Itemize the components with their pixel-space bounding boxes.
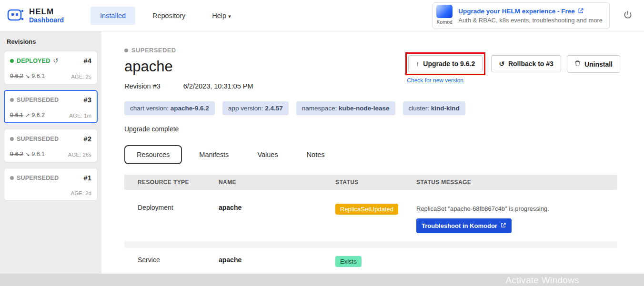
- resource-name: apache: [205, 204, 322, 211]
- external-link-icon: [578, 8, 584, 15]
- annotation-highlight-box: ↑ Upgrade to 9.6.2: [405, 52, 485, 75]
- revision-age: AGE: 26s: [68, 152, 91, 158]
- col-status: STATUS: [322, 179, 403, 186]
- top-header: HELM Dashboard Installed Repository Help…: [0, 0, 644, 31]
- upgrade-button[interactable]: ↑ Upgrade to 9.6.2: [408, 55, 483, 72]
- trash-icon: [574, 60, 581, 68]
- nav-help[interactable]: Help▾: [202, 7, 240, 25]
- table-header-row: RESOURCE TYPE NAME STATUS STATUS MESSAGE: [124, 175, 617, 190]
- chart-version-chip: chart version: apache-9.6.2: [124, 101, 215, 115]
- check-new-version-link[interactable]: Check for new version: [405, 77, 485, 84]
- tab-notes[interactable]: Notes: [295, 146, 336, 163]
- nav-repository[interactable]: Repository: [143, 7, 195, 25]
- cluster-chip: cluster: kind-kind: [403, 101, 465, 115]
- activate-windows-watermark: Activate Windows: [505, 275, 579, 286]
- row-separator: [124, 241, 617, 248]
- revision-number: #3: [83, 96, 91, 104]
- caret-down-icon: ▾: [228, 13, 231, 19]
- helm-logo-icon: [7, 7, 25, 25]
- revision-age: AGE: 2s: [71, 74, 91, 79]
- komodor-logo-image: [436, 5, 453, 18]
- revision-status: SUPERSEDED: [17, 175, 59, 181]
- power-icon: [623, 10, 633, 21]
- revisions-title: Revisions: [7, 38, 95, 45]
- release-description: Upgrade complete: [124, 125, 619, 133]
- main-nav: Installed Repository Help▾: [91, 7, 241, 25]
- revision-card-2[interactable]: SUPERSEDED #2 9.6.2 ↘ 9.6.1 AGE: 26s: [4, 129, 98, 162]
- version-arrow-icon: ↘: [25, 151, 30, 158]
- tab-values[interactable]: Values: [246, 146, 289, 163]
- resource-type: Deployment: [124, 204, 205, 211]
- status-dot: [10, 137, 14, 141]
- rollback-button[interactable]: ↺ Rollback to #3: [491, 55, 561, 72]
- table-row: Service apache Exists: [124, 248, 617, 276]
- troubleshoot-komodor-button[interactable]: Troubleshoot in Komodor: [416, 218, 512, 233]
- status-dot: [10, 98, 14, 102]
- col-resource-type: RESOURCE TYPE: [124, 179, 205, 186]
- revision-versions: 9.6.2 ↘ 9.6.1: [10, 72, 45, 79]
- komodor-logo-caption: Komod: [437, 19, 453, 25]
- release-actions: ↑ Upgrade to 9.6.2 Check for new version…: [405, 52, 620, 84]
- revision-card-1[interactable]: SUPERSEDED #1 AGE: 2d: [4, 168, 98, 201]
- revision-status: DEPLOYED: [17, 58, 50, 64]
- revision-versions: 9.6.1 ↗ 9.6.2: [10, 111, 45, 118]
- komodor-logo: Komod: [435, 5, 453, 27]
- status-dot: [124, 49, 128, 52]
- status-badge: Exists: [335, 256, 362, 267]
- version-arrow-icon: ↘: [25, 73, 30, 79]
- revision-age: AGE: 1m: [69, 113, 91, 118]
- namespace-chip: namespace: kube-node-lease: [296, 101, 395, 115]
- nav-installed[interactable]: Installed: [91, 7, 135, 25]
- revision-card-4[interactable]: DEPLOYED ↺ #4 9.6.2 ↘ 9.6.1 AGE: 2s: [4, 51, 98, 84]
- shutdown-button[interactable]: [623, 10, 633, 21]
- revision-status: SUPERSEDED: [17, 97, 59, 103]
- revision-label: Revision #3: [124, 82, 161, 90]
- status-message: ReplicaSet "apache-68fb867c4b" is progre…: [416, 204, 588, 214]
- uninstall-button[interactable]: Uninstall: [567, 55, 620, 73]
- bottom-bar: Activate Windows: [0, 274, 644, 286]
- revision-timestamp: 6/2/2023, 10:31:05 PM: [183, 82, 253, 90]
- status-dot: [10, 59, 14, 63]
- revision-number: #2: [83, 135, 91, 143]
- status-dot: [10, 176, 14, 180]
- logo-subtitle: Dashboard: [29, 16, 64, 24]
- release-metadata-chips: chart version: apache-9.6.2 app version:…: [124, 101, 619, 115]
- col-name: NAME: [205, 179, 322, 186]
- helm-dashboard-logo[interactable]: HELM Dashboard: [7, 7, 91, 25]
- tab-manifests[interactable]: Manifests: [188, 146, 240, 163]
- revisions-sidebar: Revisions DEPLOYED ↺ #4 9.6.2 ↘ 9.6.1 AG…: [0, 31, 101, 274]
- detail-tabs: Resources Manifests Values Notes: [124, 145, 619, 164]
- revision-age: AGE: 2d: [71, 190, 91, 196]
- arrow-up-icon: ↑: [416, 60, 419, 68]
- revision-number: #4: [83, 57, 91, 65]
- rollback-icon: ↺: [499, 60, 504, 68]
- status-badge: ReplicaSetUpdated: [335, 204, 398, 215]
- release-detail-panel: SUPERSEDED apache Revision #3 6/2/2023, …: [101, 31, 644, 274]
- history-icon: ↺: [53, 57, 58, 64]
- table-row: Deployment apache ReplicaSetUpdated Repl…: [124, 196, 617, 241]
- version-arrow-icon: ↗: [25, 112, 30, 118]
- revision-number: #1: [83, 174, 91, 182]
- revision-card-3[interactable]: SUPERSEDED #3 9.6.1 ↗ 9.6.2 AGE: 1m: [4, 90, 98, 123]
- logo-title: HELM: [29, 7, 64, 17]
- col-status-message: STATUS MESSAGE: [403, 179, 617, 186]
- revision-versions: 9.6.2 ↘ 9.6.1: [10, 150, 45, 158]
- resources-table: RESOURCE TYPE NAME STATUS STATUS MESSAGE…: [124, 175, 617, 276]
- external-link-icon: [501, 222, 506, 229]
- resource-name: apache: [205, 256, 322, 264]
- tab-resources[interactable]: Resources: [124, 145, 182, 164]
- komodor-promo-banner[interactable]: Komod Upgrade your HELM experience - Fre…: [433, 2, 610, 29]
- app-version-chip: app version: 2.4.57: [222, 101, 289, 115]
- resource-type: Service: [124, 256, 205, 264]
- promo-subtitle: Auth & RBAC, k8s events, troubleshooting…: [458, 17, 603, 24]
- promo-title[interactable]: Upgrade your HELM experience - Free: [458, 8, 575, 15]
- revision-status: SUPERSEDED: [17, 136, 59, 142]
